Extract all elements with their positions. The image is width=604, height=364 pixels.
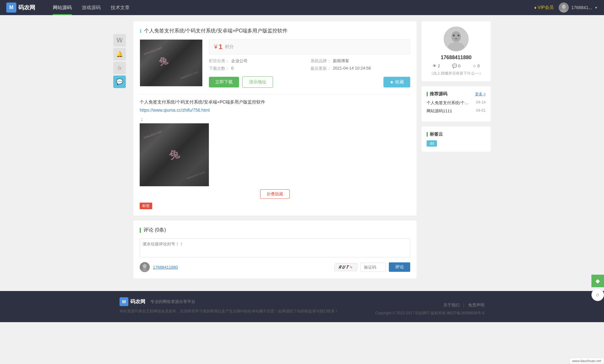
captcha-text: RUT <box>338 265 350 270</box>
circle-icon: ○ <box>596 292 600 298</box>
header-right: ♦ VIP会员 1768841... ▼ <box>534 3 598 13</box>
product-card: ℹ 个人免签支付系统/个码支付系统/安卓端+PC端多用户版监控软件 www.te… <box>133 21 417 216</box>
tag-cloud-title: 标签云 <box>427 132 486 137</box>
product-details: ¥ 1 积分 栏目分类： 企业公司 系统品牌： 新闻博客 <box>209 39 410 88</box>
collapse-section: 折叠隐藏 <box>140 189 410 199</box>
footer-top: M 码农网 专业的网络资源分享平台 <box>120 297 338 306</box>
page-container: 𝕎 🔔 ☆ 💬 ℹ 个人免签支付系统/个码支付系统/安卓端+PC端多用户版监控软… <box>113 15 491 285</box>
collect-button[interactable]: ★ 收藏 <box>383 77 410 87</box>
recommend-more-link[interactable]: 更多 > <box>475 92 486 97</box>
description-section: 个人免签支付系统/个码支付系统/安卓端+PC端多用户版监控软件 https://… <box>140 94 410 209</box>
page-title: 个人免签支付系统/个码支付系统/安卓端+PC端多用户版监控软件 <box>144 28 288 34</box>
footer-bottom: M 码农网 专业的网络资源分享平台 本站资源均来自互联网或会员发布，仅供研究学习… <box>120 297 484 316</box>
price-unit: 积分 <box>225 44 234 50</box>
sidebar-notify-btn[interactable]: 🔔 <box>113 48 126 60</box>
meta-category: 栏目分类： 企业公司 <box>209 58 309 64</box>
desc-link[interactable]: https://www.qiuma.cc/zhifu/756.html <box>140 108 410 113</box>
logo[interactable]: M 码农网 <box>6 3 35 13</box>
footer-about-link[interactable]: 关于我们 <box>443 302 460 308</box>
logo-icon: M <box>6 3 16 13</box>
download-button[interactable]: 立即下载 <box>209 77 239 87</box>
recommend-title-2[interactable]: 网站源码1111 <box>427 108 471 114</box>
price-symbol: ¥ <box>214 44 217 50</box>
captcha-symbol: ✎ <box>350 265 354 270</box>
captcha-input[interactable] <box>361 263 386 272</box>
comments-count-profile: 0 <box>458 64 460 68</box>
logo-name: 码农网 <box>18 4 35 11</box>
meta-grid: 栏目分类： 企业公司 系统品牌： 新闻博客 下载次数： 0 最后更新： <box>209 58 410 71</box>
fixed-circle-button[interactable]: ○ <box>591 288 604 301</box>
chat-icon: 💬 <box>116 78 123 85</box>
svg-point-4 <box>143 264 147 268</box>
vip-badge[interactable]: ♦ VIP会员 <box>534 5 554 10</box>
tag-cloud-item-dd[interactable]: dd <box>427 140 437 147</box>
comment-textarea[interactable] <box>140 238 410 257</box>
nav-website-source[interactable]: 网站源码 <box>48 0 77 15</box>
eye-icon: 👁 <box>433 64 437 68</box>
commenter-name[interactable]: 17688411880 <box>153 265 178 270</box>
stars-count: 0 <box>477 64 479 68</box>
nav-game-source[interactable]: 游戏源码 <box>77 0 106 15</box>
tag-cloud-card: 标签云 dd <box>422 126 491 152</box>
star-icon: ☆ <box>117 64 122 71</box>
fixed-diamond-button[interactable]: ◆ <box>591 275 604 287</box>
sidebar-weibo-btn[interactable]: 𝕎 <box>113 34 126 47</box>
right-sidebar: 17688411880 👁 2 💬 0 ☆ 0 （此人很懒并没有留下 <box>422 21 491 278</box>
sidebar-chat-btn[interactable]: 💬 <box>113 76 126 88</box>
demo-button[interactable]: 演示地址 <box>242 76 273 88</box>
comment-icon: 💬 <box>452 64 457 68</box>
profile-card: 17688411880 👁 2 💬 0 ☆ 0 （此人很懒并没有留下 <box>422 21 491 81</box>
svg-point-10 <box>458 35 460 36</box>
meta-updated-label: 最后更新： <box>310 66 331 71</box>
stat-stars: ☆ 0 <box>473 64 479 68</box>
recommend-item-1: 个人免签支付系统/个码支付系统/安卓... 04-14 <box>427 100 486 106</box>
price-bar: ¥ 1 积分 <box>209 39 410 54</box>
profile-stats: 👁 2 💬 0 ☆ 0 <box>427 64 486 68</box>
comment-submit-button[interactable]: 评论 <box>389 262 410 272</box>
commenter-avatar <box>140 262 150 272</box>
footer-desc: 本站资源均来自互联网或会员发布，仅供研究学习请勿商用以及产生法律纠纷给本站概不负… <box>120 309 338 314</box>
footer-logo-name: 码农网 <box>130 299 145 305</box>
profile-username: 17688411880 <box>427 55 486 60</box>
user-profile: 17688411880 👁 2 💬 0 ☆ 0 （此人很懒并没有留下 <box>427 26 486 76</box>
vip-label: VIP会员 <box>538 5 554 10</box>
left-sidebar: 𝕎 🔔 ☆ 💬 <box>113 21 128 278</box>
views-count: 2 <box>438 64 440 68</box>
meta-downloads-value: 0 <box>231 66 233 71</box>
meta-updated-value: 2021-04-14 10:24:58 <box>333 66 371 71</box>
profile-note: （此人很懒并没有留下什么~~） <box>427 71 486 76</box>
recommend-date-1: 04-14 <box>476 100 486 106</box>
fixed-buttons: ◆ ○ <box>591 275 604 301</box>
tag-section: 标签 <box>140 203 410 209</box>
captcha-image[interactable]: RUT ✎ <box>334 263 358 271</box>
meta-category-value: 企业公司 <box>231 58 248 64</box>
stat-comments: 💬 0 <box>452 64 460 68</box>
footer-slogan: 专业的网络资源分享平台 <box>150 299 195 305</box>
svg-point-1 <box>562 4 566 9</box>
footer-disclaimer-link[interactable]: 免责声明 <box>468 302 484 308</box>
username-display: 1768841... <box>571 5 592 10</box>
collapse-button[interactable]: 折叠隐藏 <box>260 189 290 199</box>
comments-title-text: 评论 <box>143 227 154 233</box>
user-info[interactable]: 1768841... ▼ <box>559 3 598 13</box>
sidebar-star-btn[interactable]: ☆ <box>113 62 126 74</box>
recommend-title-1[interactable]: 个人免签支付系统/个码支付系统/安卓... <box>427 100 471 106</box>
meta-brand: 系统品牌： 新闻博客 <box>310 58 410 64</box>
action-buttons: 立即下载 演示地址 ★ 收藏 <box>209 76 410 88</box>
main-content: ℹ 个人免签支付系统/个码支付系统/安卓端+PC端多用户版监控软件 www.te… <box>133 21 417 278</box>
watermark-image: www.test.com 兔 www.test.com <box>140 40 202 86</box>
price-value: 1 <box>219 43 222 51</box>
comments-count: (0条) <box>155 227 166 233</box>
meta-downloads: 下载次数： 0 <box>209 66 309 71</box>
meta-brand-value: 新闻博客 <box>333 58 349 64</box>
desc-text: 个人免签支付系统/个码支付系统/安卓端+PC端多用户版监控软件 <box>140 99 410 105</box>
nav-tech-article[interactable]: 技术文章 <box>106 0 135 15</box>
recommend-date-2: 04-01 <box>476 108 486 114</box>
product-image: www.test.com 兔 www.test.com <box>140 39 203 87</box>
weibo-icon: 𝕎 <box>116 37 123 44</box>
diamond-icon: ◆ <box>596 277 600 284</box>
user-avatar-small <box>559 3 569 13</box>
collect-label: 收藏 <box>395 79 404 85</box>
comments-title: 评论 (0条) <box>140 227 410 233</box>
info-icon: ℹ <box>140 28 142 34</box>
